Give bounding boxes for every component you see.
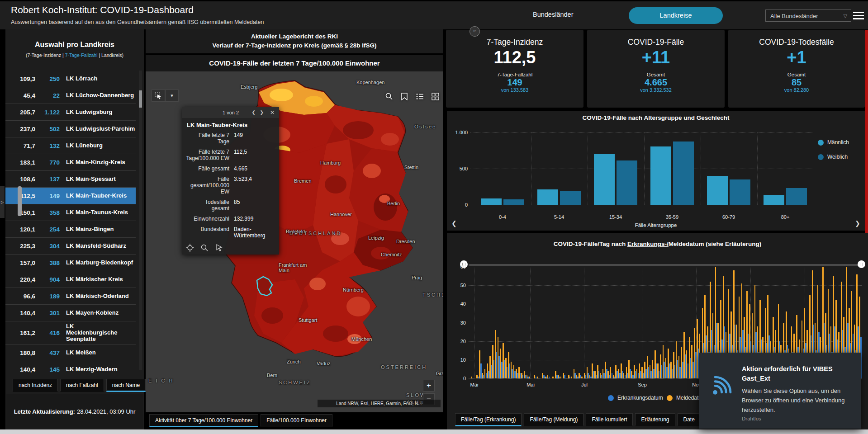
daily-tab[interactable]: Date xyxy=(678,413,701,426)
basemap-grid-icon[interactable] xyxy=(430,91,440,101)
landkreis-row[interactable]: 45,422LK Lüchow-Dannenberg xyxy=(5,87,136,104)
map-tab-active[interactable]: Aktivität über 7 Tage/100.000 Einwohner xyxy=(149,414,258,427)
left-tab-active[interactable]: nach Name xyxy=(106,379,146,392)
age-ytick: 0 xyxy=(465,202,468,208)
row-inzidenz: 220,4 xyxy=(5,276,35,283)
age-bar-maennlich[interactable] xyxy=(707,176,728,205)
landkreis-row[interactable]: 237,0502LK Ludwigslust-Parchim xyxy=(5,120,136,137)
map-label-dresden: Dresden xyxy=(396,239,415,244)
age-bar-weiblich[interactable] xyxy=(673,142,694,205)
age-bar-maennlich[interactable] xyxy=(594,154,615,205)
map-header-line2: Verlauf der 7-Tage-Inzidenz pro Kreis (g… xyxy=(146,41,443,50)
row-inzidenz: 225,3 xyxy=(5,243,35,250)
landkreis-row[interactable]: 108,6137LK Main-Spessart xyxy=(5,170,136,187)
select-tool-icon[interactable] xyxy=(152,90,165,102)
daily-ytick: 20 xyxy=(455,339,466,344)
daily-bar-erkrankung xyxy=(549,377,550,378)
landkreis-row[interactable]: 120,1254LK Mainz-Bingen xyxy=(5,221,136,237)
list-scrollbar[interactable] xyxy=(139,71,142,370)
list-scrollbar-thumb[interactable] xyxy=(139,90,142,108)
age-bar-weiblich[interactable] xyxy=(617,160,637,205)
daily-tab[interactable]: Erläuterung xyxy=(635,413,675,426)
left-tab[interactable]: nach Fallzahl xyxy=(60,379,104,392)
left-tab[interactable]: nach Inzidenz xyxy=(13,379,58,392)
card-total: von 133.583 xyxy=(446,87,583,93)
row-name: LK Marburg-Biedenkopf xyxy=(66,259,133,266)
row-name: LK Main-Spessart xyxy=(66,176,116,182)
age-bar-maennlich[interactable] xyxy=(650,146,671,205)
card-covid-todesfaelle: COVID-19-Todesfälle +1 Gesamt 85 von 82.… xyxy=(728,30,865,108)
bundeslaender-button[interactable]: Bundesländer xyxy=(533,11,574,18)
daily-bar-meldedatum xyxy=(560,377,562,378)
landkreis-row[interactable]: 140,4301LK Mayen-Koblenz xyxy=(5,304,136,321)
magnifier-icon[interactable] xyxy=(200,244,209,252)
row-fallzahl: 904 xyxy=(35,276,60,283)
landkreis-row[interactable]: 220,4904LK Märkischer Kreis xyxy=(5,271,136,288)
landkreis-row[interactable]: 112,5149LK Main-Tauber-Kreis xyxy=(5,187,136,204)
popup-field-value: 85 xyxy=(234,199,275,212)
tool-chevron-icon[interactable]: ▾ xyxy=(165,90,179,102)
age-bar-weiblich[interactable] xyxy=(730,179,750,205)
daily-ytick: 30 xyxy=(455,320,466,326)
daily-tab[interactable]: Fälle kumuliert xyxy=(586,413,633,426)
time-slider[interactable] xyxy=(469,264,862,266)
age-bar-maennlich[interactable] xyxy=(481,198,502,205)
search-icon[interactable] xyxy=(384,91,394,101)
row-fallzahl: 22 xyxy=(35,92,60,99)
age-gridline xyxy=(470,132,814,133)
card-total: von 3.332.532 xyxy=(587,87,725,93)
map-header-line1: Aktueller Lagebericht des RKI xyxy=(146,32,443,41)
panel-expander[interactable]: ▷ xyxy=(0,186,5,218)
landkreis-row[interactable]: 225,3304LK Mansfeld-Südharz xyxy=(5,237,136,254)
age-bar-weiblich[interactable] xyxy=(786,188,807,205)
popup-prev-icon[interactable]: ❮ xyxy=(252,107,256,118)
landkreis-row[interactable]: 109,3250LK Lörrach xyxy=(5,71,136,87)
popup-field-value: 112,5 xyxy=(234,149,275,161)
landkreis-row[interactable]: 157,0388LK Marburg-Biedenkopf xyxy=(5,254,136,271)
age-bar-weiblich[interactable] xyxy=(560,191,581,205)
landkreis-row[interactable]: 180,8437LK Meißen xyxy=(5,344,136,361)
age-bar-maennlich[interactable] xyxy=(537,189,558,205)
landkreis-row[interactable]: 205,71.122LK Ludwigsburg xyxy=(5,104,136,120)
landkreise-button[interactable]: Landkreise xyxy=(629,7,723,24)
row-fallzahl: 770 xyxy=(35,159,60,166)
age-vgridline xyxy=(644,132,645,205)
age-category-label: 5-14 xyxy=(541,214,577,220)
bottom-strip xyxy=(0,429,868,434)
landkreis-row[interactable]: 140,4145LK Merzig-Wadern xyxy=(5,361,136,377)
popup-next-icon[interactable]: ❯ xyxy=(260,107,264,118)
age-legend-item: Männlich xyxy=(818,139,849,146)
page-right-icon[interactable]: ❯ xyxy=(855,220,860,227)
select-features-icon[interactable] xyxy=(215,244,223,252)
age-bar-maennlich[interactable] xyxy=(764,195,784,205)
daily-tab[interactable]: Fälle/Tag (Meldung) xyxy=(524,413,583,426)
page-left-icon[interactable]: ❮ xyxy=(451,220,457,227)
daily-tab-active[interactable]: Fälle/Tag (Erkrankung) xyxy=(455,413,522,426)
scroll-indicator[interactable] xyxy=(18,186,22,216)
age-xaxis-label: Fälle Altersgruppe xyxy=(447,222,865,228)
map-header: Aktueller Lagebericht des RKI Verlauf de… xyxy=(146,29,443,53)
fallzahl-link[interactable]: 7-Tage-Fallzahl xyxy=(65,52,98,58)
map-tab[interactable]: Fälle/100.000 Einwohner xyxy=(261,414,332,427)
landkreis-row[interactable]: 161,2416LK Mecklenburgische Seenplatte xyxy=(5,321,136,344)
popup-fields: Fälle letzte 7 Tage149Fälle letzte 7 Tag… xyxy=(182,130,279,241)
legend-list-icon[interactable] xyxy=(415,91,425,101)
menu-icon[interactable] xyxy=(853,12,864,19)
bundesland-select[interactable]: Alle Bundesländer ▽ xyxy=(765,9,851,22)
landkreis-row[interactable]: 71,7132LK Lüneburg xyxy=(5,137,136,154)
bookmark-icon[interactable] xyxy=(399,91,409,101)
map-canvas[interactable]: EsbjergKopenhagenOstseeHamburgStettinBre… xyxy=(146,71,443,412)
landkreis-row[interactable]: 183,1770LK Main-Kinzig-Kreis xyxy=(5,154,136,170)
age-vgridline xyxy=(757,132,758,205)
landkreis-row[interactable]: 96,6189LK Märkisch-Oderland xyxy=(5,288,136,304)
zoom-to-icon[interactable] xyxy=(186,244,194,252)
map-zoom-in-button[interactable]: + xyxy=(423,380,435,392)
map-panel: COVID-19-Fälle der letzten 7 Tage/100.00… xyxy=(146,55,443,412)
map-label-vaduz: Vaduz xyxy=(317,361,330,366)
age-bar-weiblich[interactable] xyxy=(503,199,524,205)
popup-close-icon[interactable]: ✕ xyxy=(270,107,275,118)
landkreis-row[interactable]: 150,1358LK Main-Taunus-Kreis xyxy=(5,204,136,221)
notification-toast[interactable]: Aktion erforderlich für VIBES Gast_Ext W… xyxy=(699,353,861,429)
map-label-leipzig: Leipzig xyxy=(368,235,384,241)
map-label-gra: Gra xyxy=(436,371,443,376)
